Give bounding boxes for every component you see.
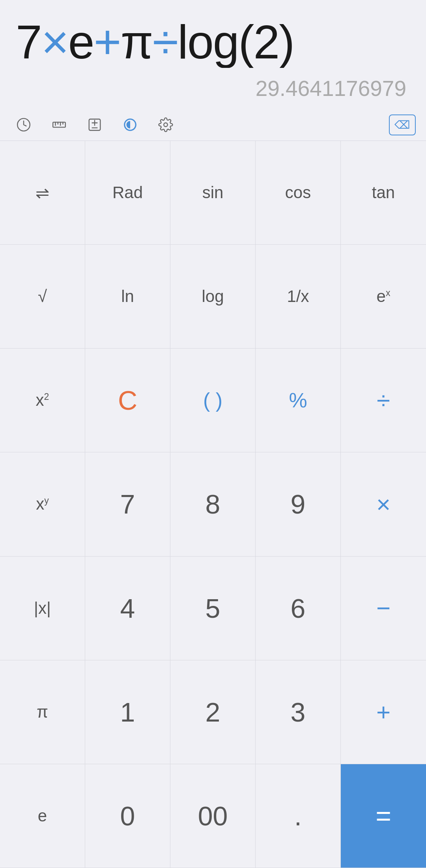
sqrt-button[interactable]: √ <box>0 245 85 349</box>
expr-7: 7 <box>16 16 41 68</box>
1-button[interactable]: 1 <box>85 660 170 764</box>
9-button[interactable]: 9 <box>256 452 341 556</box>
backspace-button[interactable]: ⌫ <box>390 113 414 137</box>
5-button[interactable]: 5 <box>170 557 256 660</box>
theme-icon[interactable] <box>118 113 142 137</box>
4-button[interactable]: 4 <box>85 557 170 660</box>
settings-icon[interactable] <box>154 113 178 137</box>
ruler-icon[interactable] <box>47 113 71 137</box>
expr-log: log(2) <box>178 16 294 68</box>
calculator-grid: ⇌ Rad sin cos tan √ ln log 1/x ex x2 C (… <box>0 141 426 868</box>
expr-div: ÷ <box>152 16 178 68</box>
7-button[interactable]: 7 <box>85 452 170 556</box>
reciprocal-button[interactable]: 1/x <box>256 245 341 349</box>
expr-e: e <box>68 16 94 68</box>
parentheses-button[interactable]: ( ) <box>170 349 256 452</box>
power-button[interactable]: xy <box>0 452 85 556</box>
svg-rect-1 <box>53 122 65 127</box>
divide-button[interactable]: ÷ <box>341 349 426 452</box>
euler-button[interactable]: e <box>0 764 85 868</box>
toolbar: ⌫ <box>0 109 426 141</box>
double-zero-button[interactable]: 00 <box>170 764 256 868</box>
expr-plus: + <box>94 16 121 68</box>
percent-button[interactable]: % <box>256 349 341 452</box>
rad-button[interactable]: Rad <box>85 141 170 245</box>
0-button[interactable]: 0 <box>85 764 170 868</box>
expression-display: 7×e+π÷log(2) <box>16 16 410 68</box>
svg-point-10 <box>164 123 168 127</box>
multiply-button[interactable]: × <box>341 452 426 556</box>
log-button[interactable]: log <box>170 245 256 349</box>
2-button[interactable]: 2 <box>170 660 256 764</box>
8-button[interactable]: 8 <box>170 452 256 556</box>
cos-button[interactable]: cos <box>256 141 341 245</box>
subtract-button[interactable]: − <box>341 557 426 660</box>
expr-times: × <box>41 16 68 68</box>
sin-button[interactable]: sin <box>170 141 256 245</box>
clear-button[interactable]: C <box>85 349 170 452</box>
expr-pi: π <box>121 16 153 68</box>
convert-button[interactable]: ⇌ <box>0 141 85 245</box>
result-display: 29.4641176979 <box>16 76 410 101</box>
decimal-button[interactable]: . <box>256 764 341 868</box>
6-button[interactable]: 6 <box>256 557 341 660</box>
tan-button[interactable]: tan <box>341 141 426 245</box>
pi-button[interactable]: π <box>0 660 85 764</box>
display-area: 7×e+π÷log(2) 29.4641176979 <box>0 0 426 109</box>
ln-button[interactable]: ln <box>85 245 170 349</box>
plusminus-icon[interactable] <box>83 113 106 137</box>
abs-button[interactable]: |x| <box>0 557 85 660</box>
square-button[interactable]: x2 <box>0 349 85 452</box>
3-button[interactable]: 3 <box>256 660 341 764</box>
add-button[interactable]: + <box>341 660 426 764</box>
equals-button[interactable]: = <box>341 764 426 868</box>
exp-button[interactable]: ex <box>341 245 426 349</box>
history-icon[interactable] <box>12 113 36 137</box>
